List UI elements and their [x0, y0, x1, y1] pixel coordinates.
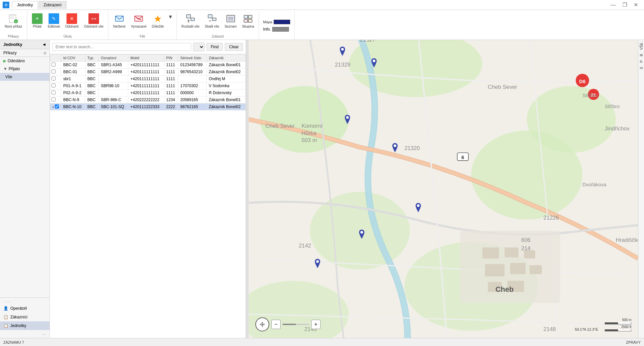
more-button[interactable]: ···	[0, 330, 50, 338]
row-checkbox[interactable]	[52, 70, 56, 74]
map-nav-button[interactable]	[255, 317, 269, 331]
zoom-in-button[interactable]: +	[311, 320, 321, 329]
svg-text:Jindřichov: Jindřichov	[605, 125, 630, 132]
clear-button[interactable]: Clear	[225, 43, 243, 51]
sidebar-item-odeslano[interactable]: ▶ Odesláno	[0, 57, 50, 65]
map-marker-7[interactable]	[314, 259, 322, 269]
sidebar-title: Jednotky	[3, 42, 22, 47]
sidebar-footer-operatori[interactable]: 👤 Operátoři	[0, 304, 50, 313]
map-marker-4[interactable]	[391, 143, 399, 154]
pridat-button[interactable]: + Přidat	[30, 13, 45, 29]
tab-jednotky[interactable]: Jednotky	[12, 1, 38, 9]
minimize-button[interactable]: —	[607, 2, 619, 8]
row-checkbox[interactable]	[52, 90, 56, 94]
svg-text:21329: 21329	[335, 62, 350, 68]
svg-rect-1	[10, 15, 15, 16]
nectene-label: Nečtené	[113, 25, 125, 28]
table-row[interactable]: P02-A-9-2 BBC +420111111111 1111 000000 …	[50, 89, 246, 96]
row-checkbox[interactable]	[55, 104, 59, 108]
sidebar-collapse-icon[interactable]: ◄	[42, 42, 46, 47]
row-id-cov: sbr1	[61, 76, 85, 83]
filtr-dropdown-icon[interactable]: ▼	[167, 13, 174, 21]
sidebar-footer-zakaznici[interactable]: 📋 Zákazníci	[0, 313, 50, 321]
col-header-zakaznik[interactable]: Zákazník	[206, 55, 245, 62]
svg-text:Cheb Sever: Cheb Sever	[265, 123, 295, 129]
map-marker-1[interactable]	[338, 47, 346, 57]
mapa-color[interactable]	[274, 20, 290, 24]
nectene-button[interactable]: Nečtené	[111, 13, 127, 29]
row-checkbox[interactable]	[52, 84, 56, 87]
search-input[interactable]	[53, 43, 191, 51]
sidebar-footer-jednotky[interactable]: 📋 Jednotky	[0, 321, 50, 330]
row-seriove-cislo: 20589165	[178, 96, 207, 103]
right-panel-p[interactable]: P	[639, 59, 644, 64]
row-checkbox[interactable]	[52, 63, 56, 67]
map-marker-3[interactable]	[343, 115, 351, 125]
row-expand-cell[interactable]	[50, 83, 61, 89]
dulezite-button[interactable]: ★ Důležité	[150, 13, 166, 29]
row-zakaznik: R Dobrovský	[206, 89, 245, 96]
map-marker-6[interactable]	[358, 230, 366, 240]
col-header-pin[interactable]: PIN	[164, 55, 178, 62]
commands-expand-icon[interactable]: ⊞	[44, 51, 46, 55]
table-row[interactable]: ▼ BBC-N-10 BBC SBC-101-SQ +420111222333 …	[50, 103, 246, 110]
map-controls-panel: Mapa Info.	[259, 11, 294, 40]
row-expand-cell[interactable]: ▼	[50, 103, 61, 110]
map-marker-2[interactable]	[370, 58, 378, 69]
svg-text:Stříbro: Stříbro	[605, 103, 620, 109]
table-row[interactable]: BBC-01 BBC SBR2-A999 +420111111111 1111 …	[50, 69, 246, 76]
row-expand-cell[interactable]	[50, 69, 61, 76]
zoom-out-button[interactable]: −	[271, 320, 281, 329]
sidebar-item-vse[interactable]: Vše	[0, 73, 50, 81]
group-icon	[243, 13, 253, 24]
row-checkbox[interactable]	[52, 97, 56, 101]
skupina-button[interactable]: Skupina	[240, 13, 256, 29]
row-expand-cell[interactable]	[50, 96, 61, 103]
search-dropdown[interactable]	[193, 43, 204, 51]
row-expand-cell[interactable]	[50, 62, 61, 69]
tab-zobrazeni[interactable]: Zobrazení	[39, 1, 66, 9]
novy-prikaz-button[interactable]: + Nový příkaz	[3, 13, 24, 29]
editovat-button[interactable]: ✎ Editovat	[46, 13, 62, 29]
collapse-all-icon	[207, 13, 217, 24]
vymazane-button[interactable]: Vymazané	[129, 13, 149, 29]
table-scroll[interactable]: Id COV Typ Označení Mobil PIN Sériové čí…	[50, 54, 246, 338]
right-panel-s[interactable]: S	[639, 66, 644, 71]
odstranit-button[interactable]: ✕ Odstranit	[63, 13, 81, 29]
row-typ: BBC	[85, 103, 98, 110]
app-icon: ⊞	[3, 2, 9, 8]
col-header-typ[interactable]: Typ	[85, 55, 98, 62]
col-header-id-cov[interactable]: Id COV	[61, 55, 85, 62]
right-panel-vse[interactable]: VŠE	[639, 41, 644, 51]
restore-button[interactable]: ❐	[619, 2, 630, 8]
map-panel[interactable]: D6 21 Cheb 21327 21329 21320 Cheb Sever …	[249, 40, 638, 338]
sbalit-vse-button[interactable]: Sbalit vše	[203, 13, 221, 29]
col-header-oznaceni[interactable]: Označení	[99, 55, 128, 62]
info-color[interactable]	[272, 27, 289, 32]
row-expand-cell[interactable]	[50, 89, 61, 96]
map-marker-5[interactable]	[414, 203, 422, 214]
rozbalit-vse-button[interactable]: Rozbalit vše	[180, 13, 201, 29]
ribbon-group-prikazy: + Nový příkaz Příkazy	[0, 11, 27, 40]
right-panel-b[interactable]: B	[639, 53, 644, 58]
svg-marker-82	[260, 323, 262, 325]
svg-rect-21	[248, 15, 252, 18]
sidebar-item-prijato[interactable]: ▼ Přijato	[0, 65, 50, 73]
odstranit-vse-button[interactable]: ✕✕ Odstranit vše	[82, 13, 106, 29]
svg-text:21320: 21320	[404, 145, 420, 151]
svg-text:Cheb: Cheb	[495, 285, 513, 293]
table-row[interactable]: BBC-02 BBC SBR1-A345 +420111111111 1111 …	[50, 62, 246, 69]
find-button[interactable]: Find	[206, 43, 223, 51]
table-row[interactable]: BBC-N-9 BBC SBR-986-C +420222222222 1234…	[50, 96, 246, 103]
row-mobil: +420111111111	[128, 69, 164, 76]
col-header-mobil[interactable]: Mobil	[128, 55, 164, 62]
close-button[interactable]: ✕	[630, 2, 641, 8]
row-expand-cell[interactable]	[50, 76, 61, 83]
row-checkbox[interactable]	[52, 77, 56, 81]
table-row[interactable]: P01-A-9-1 BBC SBR98-10 +420111111111 111…	[50, 83, 246, 89]
col-header-seriove-cislo[interactable]: Sériové číslo	[178, 55, 207, 62]
seznam-button[interactable]: Seznam	[222, 13, 239, 29]
table-row[interactable]: sbr1 BBC +420111111111 1111 Ondřej M	[50, 76, 246, 83]
divider-handle[interactable]: ⋮	[246, 40, 249, 338]
row-typ: BBC	[85, 76, 98, 83]
